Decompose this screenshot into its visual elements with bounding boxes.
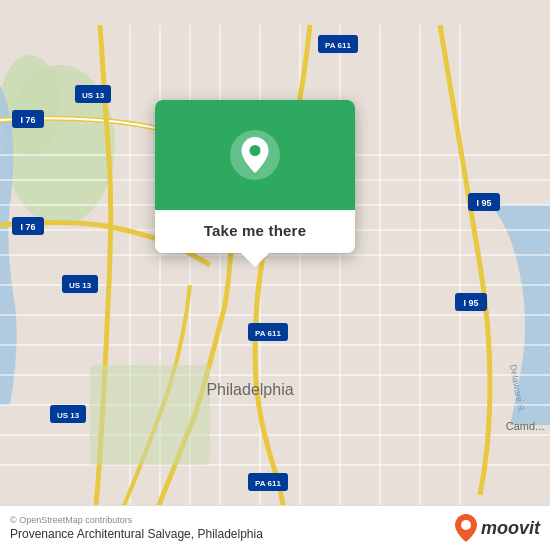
- map-background: Delaware R.: [0, 0, 550, 550]
- moovit-brand-text: moovit: [481, 518, 540, 539]
- svg-text:US 13: US 13: [82, 91, 105, 100]
- bottom-info: © OpenStreetMap contributors Provenance …: [10, 515, 263, 541]
- svg-rect-26: [90, 365, 210, 465]
- location-name: Provenance Architentural Salvage, Philad…: [10, 527, 263, 541]
- svg-text:US 13: US 13: [57, 411, 80, 420]
- svg-text:I 76: I 76: [20, 222, 35, 232]
- svg-text:I 95: I 95: [476, 198, 491, 208]
- svg-point-49: [250, 145, 261, 156]
- svg-text:PA 611: PA 611: [255, 329, 281, 338]
- location-icon-container: [230, 130, 280, 180]
- svg-text:Philadelphia: Philadelphia: [206, 381, 293, 398]
- moovit-logo: moovit: [455, 514, 540, 542]
- take-me-there-button[interactable]: Take me there: [204, 222, 306, 239]
- bottom-bar: © OpenStreetMap contributors Provenance …: [0, 505, 550, 550]
- copyright-text: © OpenStreetMap contributors: [10, 515, 263, 525]
- svg-text:I 95: I 95: [463, 298, 478, 308]
- svg-text:US 13: US 13: [69, 281, 92, 290]
- location-pin-icon: [240, 137, 270, 173]
- svg-point-50: [461, 520, 471, 530]
- svg-text:PA 611: PA 611: [255, 479, 281, 488]
- popup-footer: Take me there: [155, 210, 355, 253]
- moovit-pin-icon: [455, 514, 477, 542]
- svg-text:PA 611: PA 611: [325, 41, 351, 50]
- svg-text:Camd...: Camd...: [506, 420, 545, 432]
- map-container: Delaware R.: [0, 0, 550, 550]
- svg-text:I 76: I 76: [20, 115, 35, 125]
- popup-header: [155, 100, 355, 210]
- popup-card: Take me there: [155, 100, 355, 253]
- popup-tail: [241, 253, 269, 267]
